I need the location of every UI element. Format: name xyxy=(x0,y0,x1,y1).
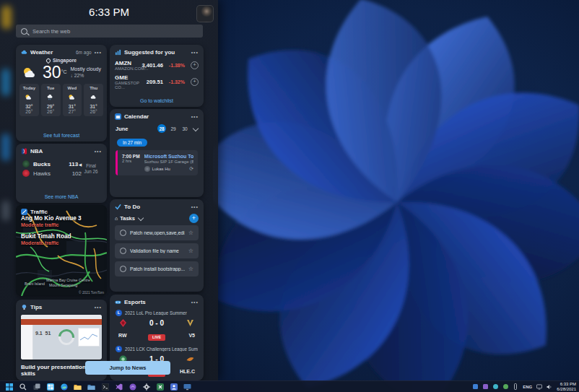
nba-widget[interactable]: NBA ••• Bucks 113◀ Hawks 102 xyxy=(16,144,107,203)
v5-team-logo-icon xyxy=(186,318,195,328)
forecast-day[interactable]: Wed 31° 27° xyxy=(63,84,82,116)
profile-avatar[interactable] xyxy=(196,5,214,22)
task-checkbox[interactable] xyxy=(120,266,126,272)
stock-symbol: GME xyxy=(115,74,144,81)
add-task-button[interactable]: + xyxy=(189,214,199,223)
traffic-map-icon xyxy=(21,209,27,215)
taskbar-clock[interactable]: 6:33 PM 6/28/2021 xyxy=(557,382,576,392)
star-icon[interactable]: ☆ xyxy=(188,230,193,236)
edge-browser-button[interactable] xyxy=(60,383,68,391)
jump-to-news-button[interactable]: Jump to News xyxy=(85,361,170,375)
cloudy-icon xyxy=(90,94,98,100)
calendar-title: Calendar xyxy=(124,113,188,120)
forecast-day[interactable]: Tue 29° 26° xyxy=(41,84,61,116)
calendar-day-selected[interactable]: 28 xyxy=(157,124,166,133)
weather-widget[interactable]: Weather 6m ago ••• Singapore 30°C Mostly… xyxy=(16,45,107,141)
forecast-day[interactable]: Today 32° 26° xyxy=(19,84,39,116)
purple-app-button[interactable] xyxy=(129,383,136,391)
stock-price: 3,401.46 xyxy=(142,62,163,69)
add-to-watchlist-button[interactable]: + xyxy=(191,78,199,86)
widgets-button[interactable] xyxy=(46,383,54,391)
see-more-nba-link[interactable]: See more NBA xyxy=(16,194,107,199)
task-item[interactable]: Patch install bootstrapp... ☆ xyxy=(115,261,199,276)
widgets-column-right: Suggested for you ••• AMZN AMAZON.COM...… xyxy=(110,45,204,380)
excel-button[interactable] xyxy=(156,383,164,391)
calendar-event[interactable]: 7:00 PM 2 hrs Microsoft Suzhou Toa... Su… xyxy=(116,150,198,175)
visual-studio-button[interactable] xyxy=(115,383,123,391)
chevron-down-icon[interactable] xyxy=(193,126,199,131)
web-search-bar[interactable] xyxy=(16,25,203,38)
task-checkbox[interactable] xyxy=(120,248,126,254)
traffic-widget[interactable]: Traffic Ang Mo Kio Avenue 3 Moderate tra… xyxy=(16,205,107,296)
task-item[interactable]: Validation file by name ☆ xyxy=(115,243,199,258)
task-checkbox[interactable] xyxy=(120,230,126,236)
settings-button[interactable] xyxy=(142,383,150,391)
stock-row[interactable]: GME GAMESTOP CO... 209.51 -1.32% + xyxy=(110,72,204,91)
esports-match-row[interactable]: 0 - 0 xyxy=(110,317,204,328)
file-explorer-button[interactable] xyxy=(74,383,82,391)
calendar-icon xyxy=(115,113,121,120)
forecast-day[interactable]: Thu 31° 26° xyxy=(84,84,103,116)
calendar-day[interactable]: 29 xyxy=(169,124,178,133)
rw-team-logo-icon xyxy=(118,318,128,328)
stock-company: AMAZON.COM... xyxy=(115,66,139,71)
see-full-forecast-link[interactable]: See full forecast xyxy=(16,133,107,138)
todo-widget[interactable]: To Do ••• ⌂ Tasks + Patch new,open,save,… xyxy=(110,199,204,292)
start-button[interactable] xyxy=(5,383,13,391)
people-app-icon xyxy=(170,383,178,391)
task-view-button[interactable] xyxy=(32,383,40,391)
go-to-watchlist-link[interactable]: Go to watchlist xyxy=(110,98,204,103)
stock-company: GAMESTOP CO... xyxy=(115,81,144,90)
teams-button[interactable] xyxy=(170,383,178,391)
tips-menu-button[interactable]: ••• xyxy=(95,306,102,309)
mock-sidebar xyxy=(21,325,33,360)
taskbar-date: 6/28/2021 xyxy=(557,387,576,392)
stock-row[interactable]: AMZN AMAZON.COM... 3,401.46 -1.38% + xyxy=(110,58,204,72)
widgets-panel: 6:33 PM Weather 6m ago ••• Singapore xyxy=(0,0,218,380)
add-to-watchlist-button[interactable]: + xyxy=(191,61,199,69)
star-icon[interactable]: ☆ xyxy=(188,248,193,254)
traffic-road: Ang Mo Kio Avenue 3 Moderate traffic xyxy=(16,215,107,227)
mock-ribbon xyxy=(21,319,102,325)
monitor-app-button[interactable] xyxy=(183,383,191,391)
task-text: Patch new,open,save,edi... xyxy=(130,230,185,235)
pen-battery-icon[interactable] xyxy=(513,384,518,390)
terminal-button[interactable] xyxy=(101,383,109,391)
home-icon: ⌂ xyxy=(115,216,118,221)
weather-title: Weather xyxy=(30,49,73,56)
tray-app-icon-teal[interactable] xyxy=(492,384,498,390)
folder-button[interactable] xyxy=(87,383,95,391)
chevron-down-icon[interactable] xyxy=(138,214,144,220)
volume-icon[interactable] xyxy=(547,384,552,390)
search-input[interactable] xyxy=(31,27,198,35)
search-button[interactable] xyxy=(19,383,27,391)
tray-app-icon-blue[interactable] xyxy=(472,384,478,390)
recurrence-icon: ⟳ xyxy=(189,166,193,172)
team-name: Hawks xyxy=(33,170,69,177)
task-item[interactable]: Patch new,open,save,edi... ☆ xyxy=(115,225,199,240)
partly-sunny-icon xyxy=(68,94,77,100)
nba-game-row[interactable]: Hawks 102 xyxy=(22,170,82,177)
weather-menu-button[interactable]: ••• xyxy=(95,51,102,54)
esports-menu-button[interactable]: ••• xyxy=(191,301,199,304)
nba-menu-button[interactable]: ••• xyxy=(95,150,102,153)
calendar-menu-button[interactable]: ••• xyxy=(191,116,199,118)
calendar-widget[interactable]: Calendar ••• June 28 29 30 In 27 min 7:0… xyxy=(110,109,204,197)
weather-precip: ↓ 22% xyxy=(71,73,84,78)
star-icon[interactable]: ☆ xyxy=(188,266,193,272)
calendar-day[interactable]: 30 xyxy=(180,124,189,133)
map-label: Mount Serapong xyxy=(49,283,77,287)
todo-menu-button[interactable]: ••• xyxy=(191,206,199,209)
visual-studio-icon xyxy=(116,383,123,391)
team-score: 102 xyxy=(72,170,82,177)
blurred-desktop-icon xyxy=(2,201,9,221)
stocks-menu-button[interactable]: ••• xyxy=(191,51,199,54)
nba-game-row[interactable]: Bucks 113◀ xyxy=(22,160,82,167)
language-indicator[interactable]: ENG xyxy=(523,385,532,389)
stock-change: -1.38% xyxy=(169,63,185,68)
network-icon[interactable] xyxy=(536,384,542,390)
tray-app-icon-green[interactable] xyxy=(502,384,508,390)
tray-app-icon-purple[interactable] xyxy=(482,384,488,390)
task-list-name[interactable]: Tasks xyxy=(120,215,135,222)
stocks-widget[interactable]: Suggested for you ••• AMZN AMAZON.COM...… xyxy=(110,45,204,107)
